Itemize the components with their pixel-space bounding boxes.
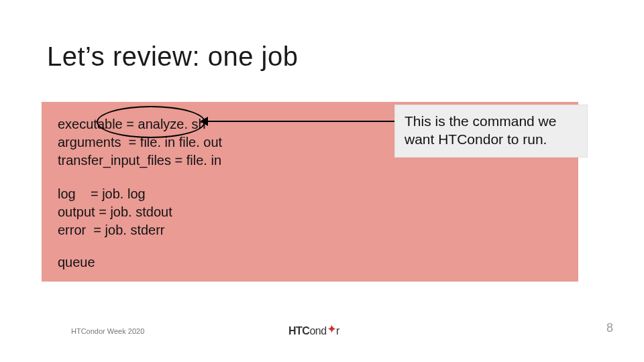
- page-number: 8: [606, 321, 613, 335]
- logo-accent-icon: ✦: [327, 322, 337, 336]
- slide-title: Let’s review: one job: [47, 42, 298, 72]
- callout-text: This is the command we want HTCondor to …: [405, 113, 556, 147]
- logo-text1: ond: [309, 325, 326, 337]
- code-block-2: log = job. log output = job. stdout erro…: [58, 185, 172, 239]
- arrow-head-icon: [200, 117, 208, 126]
- slide: Let’s review: one job executable = analy…: [0, 0, 644, 362]
- code-block-3: queue: [58, 253, 95, 272]
- arrow-line: [205, 121, 394, 122]
- highlight-oval: [97, 106, 205, 138]
- footer-event: HTCondor Week 2020: [71, 327, 144, 335]
- callout-box: This is the command we want HTCondor to …: [394, 105, 588, 158]
- logo-text2: r: [336, 325, 339, 337]
- footer-logo: HTCond✦r: [288, 323, 339, 338]
- logo-bold: HTC: [288, 325, 309, 337]
